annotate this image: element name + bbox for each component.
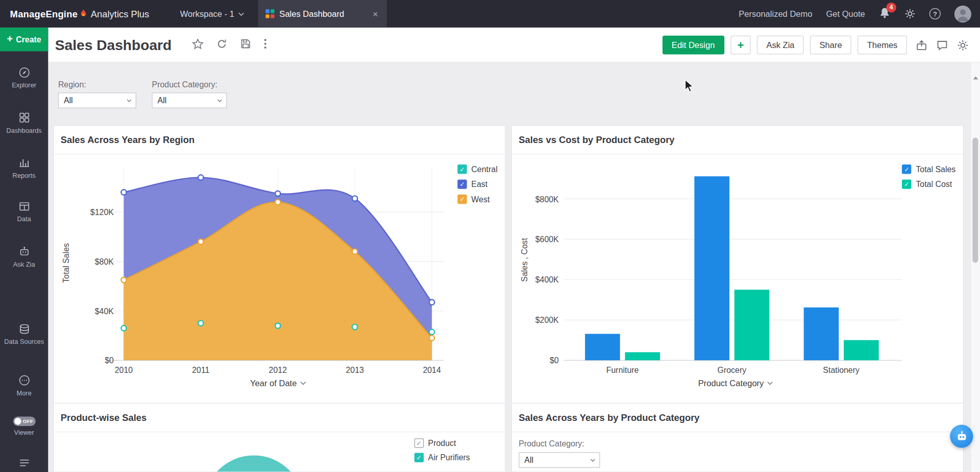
legend-item[interactable]: ✓Total Sales	[902, 164, 955, 174]
favorite-star-icon[interactable]	[191, 38, 203, 52]
brand-name: ManageEngine	[10, 9, 78, 19]
notifications-button[interactable]: 4	[879, 7, 891, 21]
sidebar-item-data[interactable]: Data	[0, 200, 48, 223]
help-icon: ?	[933, 10, 937, 18]
area-chart[interactable]: $0$40K$80K$120K20102011201220132014	[59, 157, 449, 394]
sidebar-item-ask-zia[interactable]: Ask Zia	[0, 245, 48, 268]
personalized-demo-link[interactable]: Personalized Demo	[739, 9, 812, 18]
svg-text:$120K: $120K	[90, 208, 114, 217]
export-button[interactable]	[916, 39, 927, 51]
workspace-name: Workspace - 1	[180, 9, 234, 18]
pie-slice-air-purifiers[interactable]	[204, 455, 304, 472]
gear-icon	[957, 39, 969, 51]
add-report-button[interactable]: +	[730, 36, 751, 55]
legend-item[interactable]: ✓Air Purifiers	[414, 453, 470, 462]
legend-item[interactable]: ✓Total Cost	[902, 179, 955, 188]
chevron-down-icon	[238, 10, 243, 15]
region-filter-label: Region:	[58, 80, 136, 89]
compass-icon	[18, 66, 30, 79]
bar-chart[interactable]: $0$200K$400K$600K$800KFurnitureGrocerySt…	[517, 157, 907, 394]
scroll-up-arrow-icon[interactable]	[973, 76, 978, 79]
legend-checkbox: ✓	[457, 164, 467, 174]
svg-text:Furniture: Furniture	[606, 366, 639, 374]
page-title: Sales Dashboard	[55, 37, 172, 54]
panel-title: Product-wise Sales	[54, 404, 505, 432]
legend-checkbox: ✓	[902, 179, 911, 188]
legend-item[interactable]: ✓East	[457, 179, 497, 188]
legend-label: Air Purifiers	[428, 453, 470, 462]
export-icon	[916, 39, 927, 51]
sidebar-item-label: More	[16, 389, 31, 397]
sidebar-item-label: Explorer	[12, 81, 36, 89]
svg-text:2012: 2012	[269, 366, 287, 374]
viewer-toggle[interactable]: OFF	[13, 417, 35, 426]
category-filter-select[interactable]: All	[152, 92, 227, 108]
category-filter-label: Product Category:	[152, 80, 227, 89]
sidebar: + Create Explorer Dashboards Reports Dat…	[0, 28, 48, 472]
toggle-knob	[14, 418, 21, 424]
zia-robot-icon	[18, 245, 30, 257]
scrollbar-thumb[interactable]	[972, 137, 978, 263]
dashboard-settings-button[interactable]	[957, 39, 969, 51]
legend-item[interactable]: ✓Product	[414, 438, 470, 447]
panel-product-wise-sales: Product-wise Sales ✓Product✓Air Purifier…	[53, 403, 506, 472]
sidebar-item-data-sources[interactable]: Data Sources	[0, 323, 48, 346]
panel-category-filter-select[interactable]: All	[519, 452, 600, 468]
bar-chart-icon	[18, 156, 30, 169]
panel-sales-vs-cost-by-product-category: Sales vs Cost by Product Category ✓Total…	[511, 125, 964, 412]
category-filter: Product Category: All	[152, 80, 227, 108]
brand-logo[interactable]: ManageEngine Analytics Plus	[10, 0, 150, 28]
region-filter-select[interactable]: All	[58, 92, 136, 108]
x-axis-title: Product Category	[698, 379, 764, 388]
sidebar-item-reports[interactable]: Reports	[0, 156, 48, 179]
sidebar-item-dashboards[interactable]: Dashboards	[0, 111, 48, 134]
settings-gear-button[interactable]	[904, 8, 916, 19]
themes-button[interactable]: Themes	[857, 36, 906, 55]
viewer-label: Viewer	[14, 429, 34, 436]
svg-text:$40K: $40K	[95, 307, 114, 316]
legend-checkbox: ✓	[902, 164, 911, 174]
svg-text:$600K: $600K	[535, 235, 559, 244]
database-icon	[18, 323, 30, 335]
panel-filter-label: Product Category:	[519, 439, 584, 449]
edit-design-button[interactable]: Edit Design	[662, 36, 724, 55]
svg-text:$800K: $800K	[535, 195, 559, 204]
x-axis-title-dropdown[interactable]: Year of Date	[115, 379, 440, 388]
comments-button[interactable]	[936, 39, 948, 51]
y-axis-title: Total Sales	[62, 216, 71, 310]
sidebar-item-more[interactable]: More	[0, 374, 48, 397]
legend-item[interactable]: ✓Central	[457, 164, 497, 174]
share-button[interactable]: Share	[810, 36, 851, 55]
close-icon[interactable]: ×	[372, 9, 380, 19]
more-options-kebab-icon[interactable]	[263, 38, 266, 52]
vertical-scrollbar[interactable]	[970, 62, 980, 472]
chart-legend: ✓Central✓East✓West	[457, 164, 497, 204]
save-icon[interactable]	[240, 38, 251, 52]
legend-label: Product	[428, 438, 456, 447]
notification-badge: 4	[886, 2, 896, 12]
workspace-switcher[interactable]: Workspace - 1	[180, 0, 243, 28]
zia-chat-button[interactable]	[950, 424, 973, 447]
x-axis-title-dropdown[interactable]: Product Category	[573, 379, 898, 388]
get-quote-link[interactable]: Get Quote	[826, 9, 865, 18]
create-label: Create	[16, 35, 41, 44]
flame-icon	[80, 9, 88, 18]
dashboards-grid-icon	[18, 111, 30, 124]
help-button[interactable]: ?	[929, 8, 941, 19]
collapse-sidebar-button[interactable]	[0, 457, 48, 471]
svg-text:Grocery: Grocery	[718, 366, 747, 374]
legend-item[interactable]: ✓West	[457, 195, 497, 204]
legend-label: Total Sales	[916, 164, 955, 174]
plus-icon: +	[7, 34, 13, 45]
chevron-down-icon	[767, 380, 772, 385]
avatar[interactable]	[954, 5, 971, 22]
sidebar-item-label: Ask Zia	[13, 260, 35, 268]
ask-zia-button[interactable]: Ask Zia	[757, 36, 804, 55]
chevron-down-icon	[300, 380, 305, 385]
chart-legend: ✓Total Sales✓Total Cost	[902, 164, 955, 189]
create-button[interactable]: + Create	[0, 28, 48, 52]
menu-collapse-icon	[18, 457, 30, 469]
tab-sales-dashboard[interactable]: Sales Dashboard ×	[258, 0, 387, 28]
refresh-icon[interactable]	[216, 38, 227, 52]
sidebar-item-explorer[interactable]: Explorer	[0, 66, 48, 89]
